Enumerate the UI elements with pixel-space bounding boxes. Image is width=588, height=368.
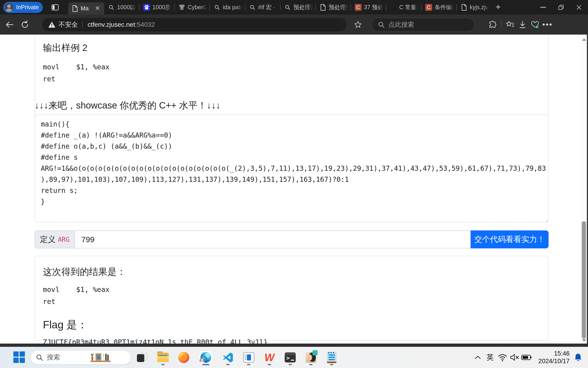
page-content: 输出样例 2 movl $1, %eax ret ↓↓↓来吧，showcase … xyxy=(0,35,587,344)
tab-37-preprocess[interactable]: C 37 预处 xyxy=(351,0,386,15)
downloads-icon[interactable] xyxy=(516,18,529,31)
windows-taskbar: 搜索 xyxy=(0,347,588,368)
profile-avatar xyxy=(5,3,13,12)
page-scrollbar[interactable] xyxy=(581,35,587,344)
wifi-icon[interactable] xyxy=(496,351,508,363)
c-reference-icon: C xyxy=(355,4,362,11)
tab-close-icon[interactable] xyxy=(95,6,100,11)
scrollbar-thumb[interactable] xyxy=(582,221,586,339)
warning-icon xyxy=(48,21,56,28)
tab-1000zhishu[interactable]: 1000质数 xyxy=(139,0,174,15)
running-indicator xyxy=(289,364,292,365)
ms-docs-icon xyxy=(390,4,397,11)
code-editor-textarea[interactable]: main(){ #define _(a) !(ARG!=a&&ARG%a==0)… xyxy=(35,115,549,222)
tab-actions-icon[interactable] xyxy=(51,3,59,12)
tray-date: 2024/10/17 xyxy=(538,357,570,365)
tab-title: #if 宏 - xyxy=(258,3,278,11)
task-view-icon[interactable] xyxy=(137,350,148,365)
vscode-icon[interactable] xyxy=(222,350,234,365)
toolbar-divider xyxy=(501,21,502,28)
tab-1000yi[interactable]: 1000以 xyxy=(104,0,139,15)
document-icon xyxy=(320,4,326,11)
toolbar-search-box[interactable]: 点此搜索 xyxy=(372,18,474,31)
tab-ida-patch[interactable]: ida patc xyxy=(210,0,245,15)
volume-muted-icon[interactable] xyxy=(508,351,521,363)
scroll-down-icon[interactable] xyxy=(582,339,586,342)
tab-c-constants[interactable]: C 常量表 xyxy=(386,0,421,15)
extensions-icon[interactable] xyxy=(486,18,499,31)
firefox-icon[interactable] xyxy=(178,350,189,365)
favorites-bar-icon[interactable] xyxy=(504,18,516,31)
active-app-indicator xyxy=(202,364,209,365)
edge-icon[interactable] xyxy=(199,350,213,365)
reload-icon[interactable] xyxy=(19,19,31,31)
cyberchef-icon xyxy=(178,4,185,11)
tab-conditional-compile[interactable]: C 条件编译 xyxy=(422,0,456,15)
back-icon[interactable] xyxy=(4,19,16,31)
tab-title: C 常量表 xyxy=(399,3,419,11)
tab-preprocessor-doc[interactable]: 预处理指 xyxy=(316,0,351,15)
tab-title: 条件编译 xyxy=(434,3,454,11)
minimize-button[interactable] xyxy=(534,0,552,15)
url-text: ctfenv.zjusec.net:54032 xyxy=(88,21,155,28)
tab-title: 1000质数 xyxy=(152,3,172,11)
settings-menu-icon[interactable]: ••• xyxy=(541,18,554,31)
ida-pro-icon[interactable] xyxy=(305,350,317,365)
running-indicator xyxy=(309,364,312,365)
battery-icon[interactable] xyxy=(521,351,533,363)
submit-code-button[interactable]: 交个代码看看实力！ xyxy=(471,230,549,248)
search-highlight-image[interactable] xyxy=(89,351,129,363)
url-host: ctfenv.zjusec.net xyxy=(88,21,135,28)
arg-label-text: 定义 xyxy=(40,234,55,245)
restore-button[interactable] xyxy=(552,0,570,15)
browser-tab-bar: InPrivate Ma 1000以 1000质数 CyberCh xyxy=(0,0,588,15)
tray-chevron-up-icon[interactable] xyxy=(472,351,484,363)
taskbar-apps: W > xyxy=(137,350,338,365)
tab-title: kyjs.zju.e xyxy=(470,4,489,11)
address-bar[interactable]: 不安全 ctfenv.zjusec.net:54032 xyxy=(42,18,347,31)
close-window-button[interactable] xyxy=(570,0,588,15)
notification-bell-icon[interactable] xyxy=(571,351,585,363)
tab-title: 1000以 xyxy=(117,3,137,11)
search-icon xyxy=(378,21,385,28)
arg-label-code: ARG xyxy=(58,236,70,243)
tab-cyberchef[interactable]: CyberCh xyxy=(175,0,210,15)
inprivate-badge: InPrivate xyxy=(3,2,43,13)
tab-title: ida patc xyxy=(223,4,242,11)
notepad-icon[interactable] xyxy=(326,350,338,365)
tab-if-macro[interactable]: #if 宏 - xyxy=(245,0,280,15)
favorite-star-icon[interactable] xyxy=(352,18,364,31)
running-indicator xyxy=(247,364,250,365)
c-reference-icon: C xyxy=(425,4,432,11)
edge-profile-avatar xyxy=(200,358,205,363)
security-label: 不安全 xyxy=(59,20,78,29)
search-icon xyxy=(108,4,115,11)
terminal-icon[interactable]: > xyxy=(285,350,296,365)
flag-title: Flag 是： xyxy=(43,318,540,332)
start-button[interactable] xyxy=(13,351,25,363)
ime-indicator[interactable]: 英 xyxy=(487,353,494,362)
window-edge-right xyxy=(587,35,588,344)
screen: InPrivate Ma 1000以 1000质数 CyberCh xyxy=(0,0,588,368)
result-code: movl $1, %eax ret xyxy=(43,284,540,308)
tab-active[interactable]: Ma xyxy=(68,2,104,15)
file-explorer-icon[interactable] xyxy=(157,350,169,365)
browser-essentials-icon[interactable] xyxy=(529,18,541,31)
tab-kyjs-zju[interactable]: kyjs.zju.e xyxy=(457,0,492,15)
security-chip[interactable]: 不安全 xyxy=(42,20,82,29)
baidu-icon xyxy=(143,4,150,11)
tab-title: Ma xyxy=(81,5,93,12)
taskbar-clock[interactable]: 15:46 2024/10/17 xyxy=(538,350,570,365)
wps-office-icon[interactable]: W xyxy=(264,350,275,365)
taskbar-search-box[interactable]: 搜索 xyxy=(30,350,131,365)
running-indicator xyxy=(330,364,333,365)
arg-input[interactable] xyxy=(75,230,471,248)
new-tab-button[interactable]: + xyxy=(493,2,503,12)
running-indicator xyxy=(268,364,271,365)
system-tray: 英 15:46 2024/10/17 xyxy=(472,350,585,365)
tab-preprocessor-search[interactable]: 预处理器 xyxy=(281,0,315,15)
scroll-up-icon[interactable] xyxy=(582,38,586,41)
app-window-icon[interactable] xyxy=(243,350,255,365)
arg-label: 定义 ARG xyxy=(35,230,75,248)
search-icon xyxy=(36,354,43,361)
